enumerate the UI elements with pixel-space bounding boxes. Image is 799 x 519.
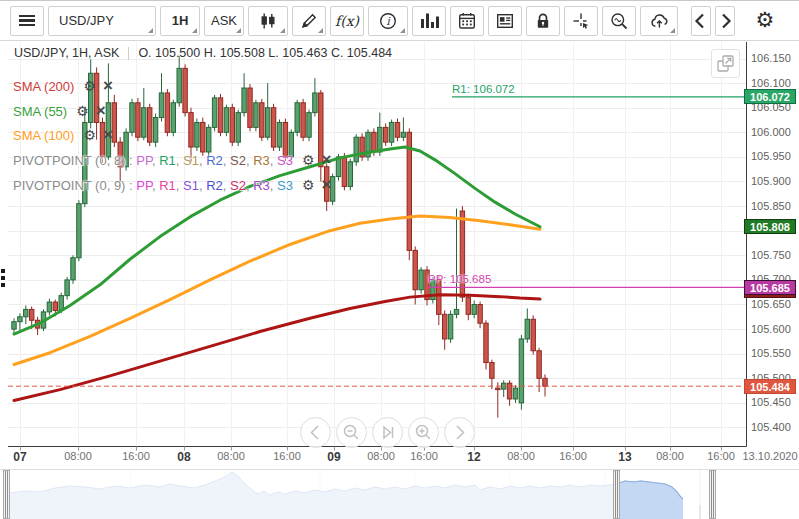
price-tick: 105.600 [751, 323, 797, 335]
save-button[interactable] [640, 6, 678, 36]
indicator-settings-gear-icon[interactable]: ⚙ [302, 152, 315, 168]
indicator-row: SMA (100)⚙× [13, 126, 113, 143]
gear-icon: ⚙ [756, 10, 775, 31]
comma: , [176, 153, 183, 168]
info-button[interactable]: i [368, 6, 408, 36]
pivot-level-label: R3 [253, 153, 270, 168]
toolbar: USD/JPY 1H ASK f(x) i [0, 0, 799, 41]
chevron-left-icon [692, 12, 710, 30]
pivot-line-label: R1: 106.072 [452, 83, 515, 95]
trading-chart-app: USD/JPY 1H ASK f(x) i [0, 0, 799, 519]
indicator-separator: : [125, 178, 136, 193]
zoom-in-button[interactable] [408, 417, 439, 448]
lock-button[interactable] [526, 6, 560, 36]
navigator-handle-left[interactable] [613, 470, 620, 519]
chart-nav-controls [300, 417, 475, 448]
period-select[interactable]: 1H [160, 6, 200, 36]
popout-icon [713, 51, 738, 76]
time-tick: 16:00 [112, 450, 160, 462]
pan-left-button[interactable] [300, 417, 331, 448]
time-tick: 08:00 [497, 450, 545, 462]
indicator-remove-icon[interactable]: × [103, 76, 113, 95]
skip-to-latest-button[interactable] [372, 417, 403, 448]
price-type-label: ASK [211, 13, 237, 28]
time-tick: 08:00 [646, 450, 694, 462]
navigator-scrollbar-handle[interactable] [3, 470, 10, 519]
time-tick: 08:00 [357, 450, 405, 462]
next-button[interactable] [715, 6, 735, 36]
info-icon: i [379, 12, 397, 30]
price-tick: 106.000 [751, 126, 797, 138]
zoom-mode-button[interactable] [602, 6, 636, 36]
indicator-label: SMA (100) [13, 128, 74, 143]
price-tick: 105.750 [751, 249, 797, 261]
time-tick: 16:00 [263, 450, 311, 462]
pivot-level-label: R3 [253, 178, 270, 193]
pivot-level-label: R1 [159, 178, 176, 193]
draw-button[interactable] [292, 6, 326, 36]
navigator[interactable] [0, 470, 799, 519]
indicator-remove-icon[interactable]: × [96, 101, 106, 120]
indicator-remove-icon[interactable]: × [103, 125, 113, 144]
calendar-button[interactable] [450, 6, 484, 36]
svg-text:i: i [386, 14, 391, 27]
menu-button[interactable] [10, 6, 44, 36]
panel-drag-handle[interactable] [1, 269, 5, 290]
indicator-row: SMA (200)⚙× [13, 77, 113, 94]
time-tick: 08:00 [207, 450, 255, 462]
time-tick: 08 [160, 450, 208, 464]
zoom-out-icon [610, 12, 628, 30]
lock-icon [534, 12, 552, 30]
hamburger-icon [19, 12, 35, 28]
crosshair-icon [572, 12, 590, 30]
indicator-row: PIVOTPOINT (0, 9) : PP, R1, S1, R2, S2, … [13, 176, 331, 193]
price-tick: 105.550 [751, 347, 797, 359]
candlestick-icon [259, 12, 277, 30]
indicator-settings-gear-icon[interactable]: ⚙ [83, 127, 96, 143]
prev-button[interactable] [691, 6, 711, 36]
crosshair-button[interactable] [564, 6, 598, 36]
fx-button[interactable]: f(x) [330, 6, 364, 36]
price-type-select[interactable]: ASK [204, 6, 244, 36]
period-label: 1H [172, 13, 189, 28]
pivot-level-label: S1 [183, 153, 199, 168]
pivot-level-label: R2 [206, 178, 223, 193]
pivot-level-label: S2 [230, 153, 246, 168]
price-tick: 105.850 [751, 200, 797, 212]
pivot-level-label: PP [136, 153, 152, 168]
volume-button[interactable] [412, 6, 446, 36]
skip-to-latest-icon [373, 418, 402, 447]
sma-line [14, 295, 540, 401]
price-badge: 105.484 [744, 379, 796, 394]
indicator-settings-gear-icon[interactable]: ⚙ [302, 177, 315, 193]
pivot-level-label: R1 [159, 153, 176, 168]
pivot-level-label: S2 [230, 178, 246, 193]
indicator-settings-gear-icon[interactable]: ⚙ [76, 103, 89, 119]
news-icon [496, 12, 514, 30]
symbol-select[interactable]: USD/JPY [48, 6, 156, 36]
ohlc-values: O. 105.500 H. 105.508 L. 105.463 C. 105.… [138, 46, 392, 60]
indicator-label: PIVOTPOINT (0, 9) [13, 178, 125, 193]
time-tick: 16:00 [697, 450, 745, 462]
time-tick: 16:00 [400, 450, 448, 462]
settings-button[interactable]: ⚙ [748, 6, 782, 36]
calendar-icon [458, 12, 476, 30]
navigator-handle-right[interactable] [709, 470, 716, 519]
time-tick: 07 [0, 450, 44, 464]
indicator-remove-icon[interactable]: × [322, 150, 332, 169]
pivot-level-label: S3 [277, 153, 293, 168]
indicator-settings-gear-icon[interactable]: ⚙ [83, 78, 96, 94]
comma: , [176, 178, 183, 193]
pivot-level-label: S1 [183, 178, 199, 193]
indicator-remove-icon[interactable]: × [322, 175, 332, 194]
news-button[interactable] [488, 6, 522, 36]
grid [8, 42, 746, 446]
price-tick: 105.400 [751, 421, 797, 433]
pan-right-button[interactable] [444, 417, 475, 448]
indicator-separator: : [125, 153, 136, 168]
zoom-out-button[interactable] [336, 417, 367, 448]
chart-type-button[interactable] [248, 6, 288, 36]
indicator-label: PIVOTPOINT (0, 8) [13, 153, 125, 168]
popout-button[interactable] [711, 49, 740, 78]
time-tick: 13 [601, 450, 649, 464]
